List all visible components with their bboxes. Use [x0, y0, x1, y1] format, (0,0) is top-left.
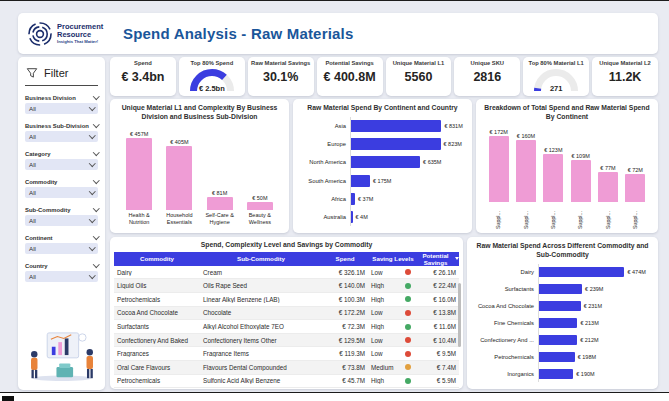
column-header-spend[interactable]: Spend [322, 255, 368, 262]
chevron-down-icon [89, 132, 95, 138]
table-row[interactable]: Oral Care FlavoursFlavours Dental Compou… [114, 361, 459, 375]
data-bar[interactable] [166, 146, 192, 210]
bar-track: € 474M [538, 264, 650, 281]
column-header-potential-savings[interactable]: Potential Savings [418, 252, 459, 266]
filter-dropdown-continent[interactable]: All [25, 243, 98, 254]
table-row[interactable]: Confectionery And BakedConfectionery Ite… [114, 334, 459, 348]
filter-dropdown-country[interactable]: All [25, 271, 98, 282]
category-label: Suppl... [632, 204, 639, 229]
category-label: Suppl... [577, 204, 584, 229]
category-label: North America [298, 159, 350, 165]
table-row[interactable]: PetrochemicalsLinear Alkyl Benzene (LAB)… [114, 293, 459, 307]
filter-dropdown-commodity[interactable]: All [25, 187, 98, 198]
data-label: € 77M [600, 165, 615, 171]
data-bar[interactable] [351, 193, 355, 205]
data-label: € 50M [252, 195, 267, 201]
cell-potential-savings: € 10.4M [418, 337, 459, 344]
chart-plot-commodity-spend: Dairy€ 474MSurfactants€ 239MCocoa And Ch… [472, 262, 653, 385]
dashboard-canvas: Procurement Resource Insights That Matte… [0, 0, 669, 393]
cell-saving-level: High [368, 282, 418, 289]
data-bar[interactable] [351, 138, 441, 150]
cell-spend: € 119.3M [322, 350, 368, 357]
data-label: € 160M [517, 133, 535, 139]
data-bar[interactable] [351, 211, 353, 223]
cell-potential-savings: € 16.0M [418, 296, 459, 303]
logo-name-line2: Resource [57, 31, 103, 39]
table-row[interactable]: FragrancesFragrance Items€ 119.3MLow€ 9.… [114, 347, 459, 361]
filter-group-label-business-sub-division[interactable]: Business Sub-Division [25, 123, 98, 129]
commodity-table-card: Spend, Complexity Level and Savings by C… [110, 237, 463, 389]
data-bar[interactable] [543, 154, 563, 201]
data-bar[interactable] [126, 138, 152, 210]
cell-spend: € 129.5M [322, 337, 368, 344]
filter-group-label-continent[interactable]: Continent [25, 235, 98, 241]
data-label: € 4M [356, 214, 368, 220]
data-label: € 457M [130, 131, 148, 137]
data-label: € 172M [489, 129, 507, 135]
bar-row: Fine Chemicals€ 213M [472, 314, 650, 331]
bar-column: € 172MSuppl... [485, 126, 512, 229]
data-bar[interactable] [539, 335, 577, 345]
category-label: Surfactants [472, 286, 538, 292]
data-bar[interactable] [351, 120, 441, 132]
bar-track: € 4M [350, 208, 464, 226]
cell-sub-commodity: Chocolate [200, 309, 322, 316]
bar-track: € 212M [538, 331, 650, 348]
filter-dropdown-business-division[interactable]: All [25, 103, 98, 114]
data-bar[interactable] [539, 352, 575, 362]
data-bar[interactable] [625, 174, 645, 202]
bar-column: € 50MBeauty & Wellness [240, 126, 280, 229]
data-bar[interactable] [539, 369, 573, 379]
cell-commodity: Petrochemicals [114, 377, 200, 384]
table-scrollbar[interactable] [458, 283, 461, 347]
table-row[interactable]: DairyCream€ 326.1MLow€ 26.1M [114, 266, 459, 280]
logo: Procurement Resource Insights That Matte… [18, 21, 115, 47]
bar-row: Surfactants€ 239M [472, 281, 650, 298]
data-bar[interactable] [247, 202, 273, 210]
category-label: Beauty & Wellness [240, 212, 280, 229]
column-header-saving-levels[interactable]: Saving Levels [368, 255, 418, 262]
cell-spend: € 140.0M [322, 282, 368, 289]
table-row[interactable]: SurfactantsAlkyl Alcohol Ethoxylate 7EO€… [114, 320, 459, 334]
table-row[interactable]: PetrochemicalsSulfonic Acid Alkyl Benzen… [114, 375, 459, 389]
cell-spend: € 45.7M [322, 377, 368, 384]
filter-group-label-country[interactable]: Country [25, 263, 98, 269]
data-bar[interactable] [351, 156, 420, 168]
column-header-sub-commodity[interactable]: Sub-Commodity [200, 255, 322, 262]
data-label: € 175M [373, 178, 391, 184]
cell-potential-savings: € 22.4M [418, 282, 459, 289]
filter-group-label-category[interactable]: Category [25, 151, 98, 157]
filter-group-label-commodity[interactable]: Commodity [25, 179, 98, 185]
filter-group-label-sub-commodity[interactable]: Sub-Commodity [25, 207, 98, 213]
data-bar[interactable] [539, 301, 581, 311]
filter-dropdown-sub-commodity[interactable]: All [25, 215, 98, 226]
table-row[interactable]: Liquid OilsOils Rape Seed€ 140.0MHigh€ 2… [114, 279, 459, 293]
data-bar[interactable] [516, 140, 536, 201]
data-bar[interactable] [598, 172, 618, 202]
cell-commodity: Dairy [114, 269, 200, 276]
data-bar[interactable] [351, 175, 370, 187]
bar-row: Australia€ 4M [298, 208, 464, 226]
data-bar[interactable] [539, 318, 577, 328]
cell-potential-savings: € 7.4M [418, 364, 459, 371]
kpi-label: Top 80% Spend [187, 60, 236, 67]
kpi-value: 2816 [473, 70, 501, 84]
data-bar[interactable] [571, 160, 591, 202]
column-header-commodity[interactable]: Commodity [114, 255, 200, 262]
filter-dropdown-business-sub-division[interactable]: All [25, 131, 98, 142]
data-bar[interactable] [539, 284, 582, 294]
cell-potential-savings: € 5.9M [418, 377, 459, 384]
kpi-value: € 3.4bn [121, 70, 164, 84]
category-label: South America [298, 178, 350, 184]
bar-track: € 231M [538, 297, 650, 314]
bar-column: € 72MSuppl... [622, 126, 649, 229]
category-label: Petrochemicals [472, 354, 538, 360]
kpi-row: Spend € 3.4bn Top 80% Spend € 2.5bn Raw … [110, 57, 658, 96]
table-row[interactable]: Cocoa And ChocolateChocolate€ 172.2MLow€… [114, 307, 459, 321]
data-bar[interactable] [489, 136, 509, 202]
filter-group-label-business-division[interactable]: Business Division [25, 95, 98, 101]
filter-dropdown-category[interactable]: All [25, 159, 98, 170]
data-bar[interactable] [207, 197, 233, 210]
cell-commodity: Confectionery And Baked [114, 337, 200, 344]
data-bar[interactable] [539, 267, 624, 277]
